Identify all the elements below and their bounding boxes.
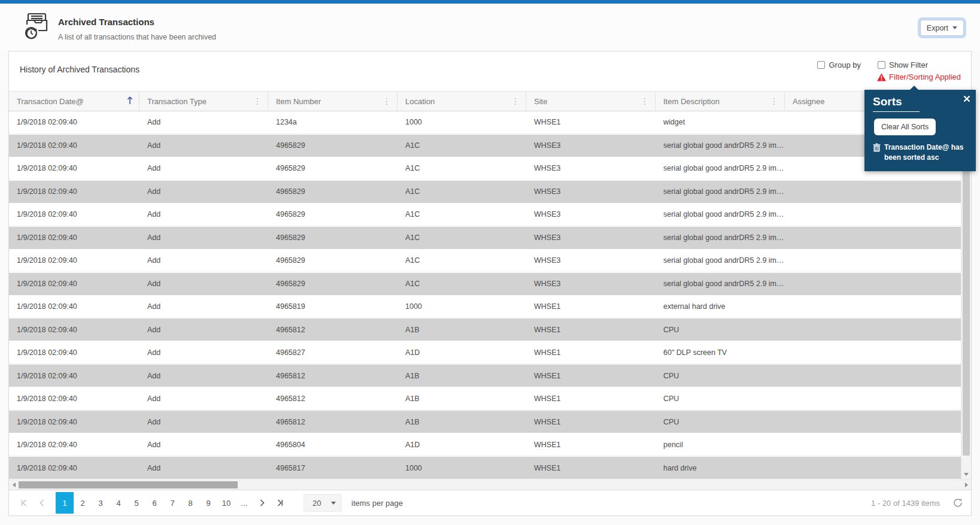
show-filter-checkbox[interactable] [878, 61, 885, 69]
pager-page-10[interactable]: 10 [217, 492, 235, 514]
scroll-right-button[interactable] [961, 480, 971, 490]
horizontal-scrollbar-thumb[interactable] [19, 481, 238, 488]
pager-page-1[interactable]: 1 [56, 492, 74, 514]
table-row[interactable]: 1/9/2018 02:09:40Add4965812A1BWHSE1CPU [9, 318, 961, 341]
refresh-icon[interactable] [953, 498, 963, 508]
table-cell: 1000 [398, 302, 526, 311]
table-row[interactable]: 1/9/2018 02:09:40Add4965812A1BWHSE1CPU [9, 387, 961, 410]
column-header-location[interactable]: Location ⋮ [398, 92, 526, 111]
panel-head: History of Archived Transactions [9, 51, 971, 91]
column-menu-icon[interactable]: ⋮ [641, 96, 649, 106]
sort-rule-text: Transaction Date@ has been sorted asc [884, 142, 969, 163]
table-cell: Add [139, 348, 268, 357]
pager-summary: 1 - 20 of 1439 items [871, 499, 940, 508]
scroll-down-button[interactable] [961, 469, 971, 480]
table-cell: 1/9/2018 02:09:40 [9, 164, 139, 172]
table-cell: CPU [656, 372, 785, 380]
table-row[interactable]: 1/9/2018 02:09:40Add4965812A1BWHSE1CPU [9, 410, 961, 433]
scroll-left-button[interactable] [9, 480, 19, 490]
sort-rule-item: Transaction Date@ has been sorted asc [873, 142, 969, 163]
table-row[interactable]: 1/9/2018 02:09:40Add49658171000WHSE1hard… [9, 456, 961, 480]
table-row[interactable]: 1/9/2018 02:09:40Add4965812A1BWHSE1CPU [9, 364, 961, 387]
history-panel: History of Archived Transactions Transac… [8, 51, 972, 516]
column-menu-icon[interactable]: ⋮ [511, 96, 520, 106]
table-row[interactable]: 1/9/2018 02:09:40Add49658191000WHSE1exte… [9, 296, 961, 318]
pager-page-5[interactable]: 5 [128, 492, 145, 514]
table-cell: WHSE3 [526, 210, 656, 219]
column-menu-icon[interactable]: ⋮ [253, 96, 262, 106]
table-row[interactable]: 1/9/2018 02:09:40Add4965827A1DWHSE160" D… [9, 341, 961, 364]
table-cell: 4965829 [268, 256, 398, 265]
column-label: Item Description [663, 97, 720, 106]
column-header-site[interactable]: Site ⋮ [526, 92, 656, 111]
next-page-button[interactable] [256, 492, 269, 514]
column-header-item-description[interactable]: Item Description ⋮ [656, 92, 785, 111]
table-row[interactable]: 1/9/2018 02:09:40Add4965829A1CWHSE3seria… [9, 180, 961, 204]
trash-icon[interactable] [873, 143, 881, 163]
table-cell: 1/9/2018 02:09:40 [9, 348, 139, 357]
column-header-transaction-date[interactable]: Transaction Date@ [9, 92, 139, 111]
pager-page-7[interactable]: 7 [163, 492, 181, 514]
table-cell: Add [139, 302, 268, 311]
sort-asc-icon [127, 96, 133, 107]
triangle-down-icon [964, 473, 969, 476]
pager-page-2[interactable]: 2 [74, 492, 92, 514]
pager-page-6[interactable]: 6 [145, 492, 163, 514]
column-menu-icon[interactable]: ⋮ [383, 96, 391, 106]
chevron-down-icon [331, 502, 336, 505]
pager-page-4[interactable]: 4 [110, 492, 128, 514]
table-cell: A1C [398, 141, 526, 150]
page-size-select[interactable]: 20 [304, 494, 342, 512]
sorts-popup-title: Sorts [873, 95, 969, 108]
table-cell: A1B [398, 326, 526, 334]
page-subtitle: A list of all transactions that have bee… [58, 33, 216, 41]
table-cell: A1B [398, 394, 526, 403]
table-cell: Add [139, 256, 268, 265]
table-row[interactable]: 1/9/2018 02:09:40Add4965829A1CWHSE3seria… [9, 272, 961, 296]
triangle-right-icon [965, 482, 968, 487]
close-icon[interactable] [963, 95, 970, 102]
pager-page-8[interactable]: 8 [181, 492, 199, 514]
table-cell: 1/9/2018 02:09:40 [9, 464, 139, 472]
previous-page-button[interactable] [35, 492, 48, 514]
table-cell: 1/9/2018 02:09:40 [9, 118, 139, 126]
last-page-button[interactable] [274, 492, 287, 514]
column-label: Location [405, 97, 435, 106]
table-cell: Add [139, 326, 268, 334]
column-header-transaction-type[interactable]: Transaction Type ⋮ [139, 92, 268, 111]
table-cell: A1C [398, 256, 526, 265]
archive-history-icon [23, 12, 50, 41]
page-title: Archived Transactions [58, 17, 216, 27]
table-row[interactable]: 1/9/2018 02:09:40Add1234a1000WHSE1widget [9, 111, 961, 134]
table-cell: WHSE1 [526, 372, 656, 380]
table-cell: 4965829 [268, 233, 398, 242]
table-row[interactable]: 1/9/2018 02:09:40Add4965829A1CWHSE3seria… [9, 134, 961, 157]
table-row[interactable]: 1/9/2018 02:09:40Add4965829A1CWHSE3seria… [9, 250, 961, 272]
table-cell: Add [139, 464, 268, 472]
export-button[interactable]: Export [920, 20, 964, 36]
table-cell: 4965829 [268, 280, 398, 288]
table-cell: A1C [398, 210, 526, 219]
column-header-item-number[interactable]: Item Number ⋮ [268, 92, 398, 111]
clear-all-sorts-button[interactable]: Clear All Sorts [874, 119, 936, 135]
table-cell: A1B [398, 372, 526, 380]
column-menu-icon[interactable]: ⋮ [770, 96, 778, 106]
first-page-button[interactable] [17, 492, 31, 514]
table-row[interactable]: 1/9/2018 02:09:40Add4965829A1CWHSE3seria… [9, 157, 961, 180]
filter-sorting-warning[interactable]: Filter/Sorting Applied [877, 72, 961, 81]
horizontal-scrollbar[interactable] [9, 480, 971, 490]
column-label: Transaction Date@ [17, 97, 84, 106]
table-cell: serial global good andrDR5 2.9 imwasp... [656, 233, 785, 242]
table-row[interactable]: 1/9/2018 02:09:40Add4965829A1CWHSE3seria… [9, 226, 961, 250]
pager-page-3[interactable]: 3 [92, 492, 110, 514]
pager-page-9[interactable]: 9 [199, 492, 217, 514]
table-cell: Add [139, 141, 268, 150]
group-by-checkbox[interactable] [817, 61, 825, 69]
table-row[interactable]: 1/9/2018 02:09:40Add4965829A1CWHSE3seria… [9, 204, 961, 226]
table-cell: serial global good andrDR5 2.9 imwasp... [656, 280, 785, 288]
table-row[interactable]: 1/9/2018 02:09:40Add4965804A1DWHSE1penci… [9, 433, 961, 456]
table-cell: CPU [656, 418, 785, 426]
table-cell: Add [139, 418, 268, 426]
table-cell: hard drive [656, 464, 785, 472]
pager-page-...[interactable]: ... [235, 492, 253, 514]
